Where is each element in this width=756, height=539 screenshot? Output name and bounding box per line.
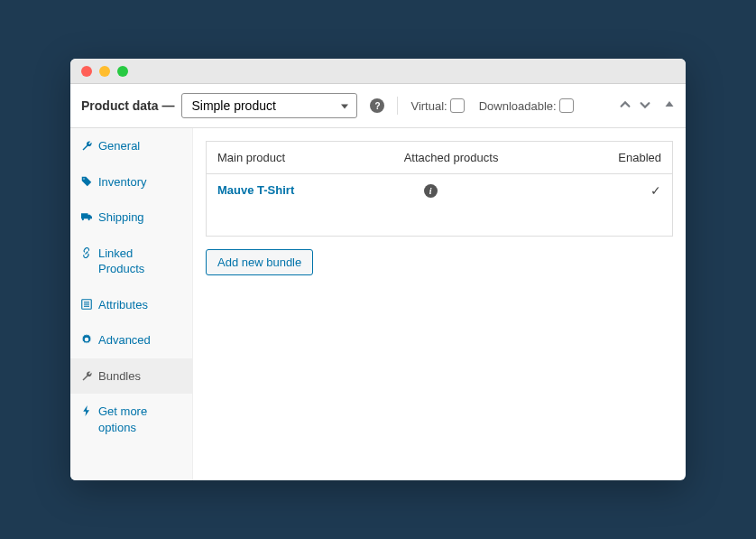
add-bundle-button[interactable]: Add new bundle [206, 249, 313, 275]
cell-main-product: Mauve T-Shirt [217, 183, 404, 197]
virtual-label: Virtual: [410, 98, 464, 113]
sidebar-item-advanced[interactable]: Advanced [70, 322, 192, 358]
sidebar-item-linked-products[interactable]: Linked Products [70, 236, 192, 287]
bundles-table: Main product Attached products Enabled M… [206, 141, 673, 237]
sidebar-item-bundles[interactable]: Bundles [70, 358, 192, 395]
product-data-header: Product data — Simple product ? Virtual:… [70, 84, 686, 128]
sidebar-item-inventory[interactable]: Inventory [70, 164, 192, 200]
truck-icon [81, 211, 92, 225]
bolt-icon [81, 405, 92, 419]
sidebar-item-attributes[interactable]: Attributes [70, 287, 192, 323]
collapse-icon[interactable] [664, 98, 675, 114]
sidebar-item-shipping[interactable]: Shipping [70, 200, 192, 236]
info-icon[interactable]: i [424, 184, 438, 198]
help-icon[interactable]: ? [370, 98, 384, 113]
panel-controls [619, 98, 675, 114]
col-header-main: Main product [217, 151, 404, 164]
tag-icon [81, 176, 92, 190]
gear-icon [81, 334, 92, 348]
cell-attached: i [404, 183, 538, 198]
move-up-icon[interactable] [619, 98, 632, 114]
col-header-attached: Attached products [404, 151, 538, 164]
window: Product data — Simple product ? Virtual:… [70, 59, 686, 480]
virtual-checkbox[interactable] [450, 98, 465, 113]
product-type-select[interactable]: Simple product [181, 93, 357, 118]
titlebar [70, 59, 686, 84]
list-icon [81, 299, 92, 312]
sidebar-item-get-more-options[interactable]: Get more options [70, 394, 192, 445]
close-window-button[interactable] [81, 66, 92, 77]
wrench-icon [81, 370, 92, 384]
sidebar: General Inventory Shipping Linked Produc… [70, 128, 193, 480]
col-header-enabled: Enabled [537, 151, 661, 164]
product-link[interactable]: Mauve T-Shirt [217, 183, 294, 197]
traffic-lights [81, 66, 128, 77]
move-down-icon[interactable] [639, 98, 651, 114]
main-panel: Main product Attached products Enabled M… [193, 128, 686, 480]
product-type-select-wrap: Simple product [181, 93, 357, 118]
divider [397, 97, 398, 115]
downloadable-checkbox[interactable] [559, 98, 574, 113]
table-header: Main product Attached products Enabled [207, 142, 672, 174]
table-row[interactable]: Mauve T-Shirt i ✓ [207, 174, 672, 236]
sidebar-item-general[interactable]: General [70, 128, 192, 164]
content: General Inventory Shipping Linked Produc… [70, 128, 686, 480]
header-title: Product data — [81, 98, 174, 113]
wrench-icon [81, 140, 92, 153]
downloadable-label: Downloadable: [479, 98, 574, 113]
minimize-window-button[interactable] [99, 66, 110, 77]
cell-enabled: ✓ [537, 183, 661, 198]
link-icon [81, 247, 92, 261]
check-icon: ✓ [650, 183, 661, 198]
maximize-window-button[interactable] [117, 66, 128, 77]
